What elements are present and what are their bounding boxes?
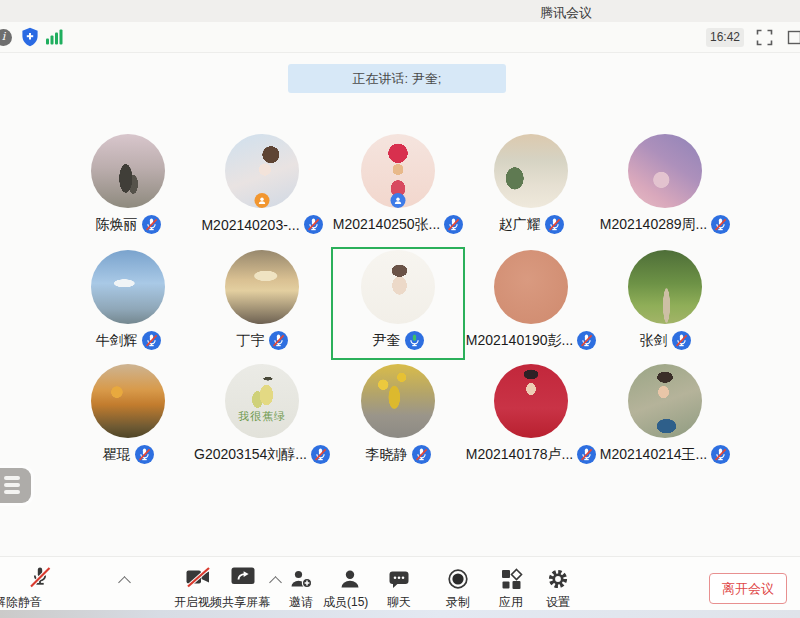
maximize-icon[interactable] [787, 30, 800, 45]
start-video-label[interactable]: 开启视频 [174, 594, 222, 611]
participant-tile[interactable]: 赵广耀 [464, 131, 598, 244]
participant-tile[interactable]: 牛剑辉 [61, 247, 195, 360]
record-circle-icon [446, 567, 470, 591]
network-signal-icon[interactable] [45, 28, 63, 46]
bottom-toolbar: 解除静音 开启视频 共享屏幕 邀请 成员 [0, 556, 800, 611]
mic-speaking-icon [405, 331, 424, 350]
participant-tile[interactable]: 我很蕉绿 G20203154刘醇... [195, 361, 329, 474]
participant-name: 瞿琨 [103, 446, 131, 464]
participant-name: M202140190彭... [466, 332, 573, 350]
participant-tile[interactable]: M202140214王... [598, 361, 732, 474]
apps-label[interactable]: 应用 [499, 594, 523, 611]
invite-label[interactable]: 邀请 [289, 594, 313, 611]
leave-meeting-button[interactable]: 离开会议 [709, 573, 787, 604]
avatar-woman-glasses [628, 364, 702, 438]
unmute-button[interactable] [27, 564, 53, 590]
meeting-duration: 16:42 [706, 28, 744, 47]
avatar-seaside-photo [494, 134, 568, 208]
avatar-cartoon-chopper [361, 134, 435, 208]
window-bottom-edge [0, 610, 800, 618]
participant-name: 赵广耀 [499, 216, 541, 234]
share-screen-button[interactable] [230, 565, 256, 589]
window-title: 腾讯会议 [540, 4, 592, 22]
participant-tile[interactable]: 陈焕丽 [61, 131, 195, 244]
participant-tile[interactable]: 李晓静 [331, 361, 465, 474]
avatar-beach-photo [91, 134, 165, 208]
layout-panel-handle[interactable] [0, 468, 31, 503]
participant-name: M202140289周... [600, 216, 707, 234]
mic-muted-icon [142, 215, 161, 234]
camera-slash-icon [184, 564, 212, 590]
meeting-info-icon[interactable]: i [0, 29, 12, 46]
mic-muted-icon [711, 215, 730, 234]
participant-name: M202140214王... [600, 446, 707, 464]
chat-label[interactable]: 聊天 [387, 594, 411, 611]
avatar-anime-girl [225, 134, 299, 208]
participant-name: 牛剑辉 [96, 332, 138, 350]
mic-muted-icon [444, 215, 463, 234]
mic-muted-icon [412, 445, 431, 464]
record-label[interactable]: 录制 [446, 594, 470, 611]
record-button[interactable] [446, 567, 470, 591]
chat-button[interactable] [387, 567, 411, 591]
participant-name: 李晓静 [366, 446, 408, 464]
avatar-caption: 我很蕉绿 [225, 409, 299, 424]
avatar-yellow-flowers [361, 364, 435, 438]
speaking-indicator-banner: 正在讲话: 尹奎; [288, 64, 506, 93]
participant-name: M202140250张... [333, 216, 440, 234]
meeting-control-bar: i 16:42 [0, 22, 800, 53]
avatar-park-path [628, 250, 702, 324]
mic-muted-icon [142, 331, 161, 350]
participant-tile[interactable]: M202140190彭... [464, 247, 598, 360]
participant-name: G20203154刘醇... [194, 446, 307, 464]
mic-muted-icon [311, 445, 330, 464]
participant-tile[interactable]: 瞿琨 [61, 361, 195, 474]
members-button[interactable] [338, 567, 362, 591]
participant-tile[interactable]: M202140289周... [598, 131, 732, 244]
participant-name: M202140178卢... [466, 446, 573, 464]
mic-muted-icon [672, 331, 691, 350]
participant-tile[interactable]: 张剑 [598, 247, 732, 360]
members-label[interactable]: 成员(15) [323, 594, 368, 611]
avatar-banana-cartoon: 我很蕉绿 [225, 364, 299, 438]
chat-bubble-icon [387, 567, 411, 591]
mic-options-chevron[interactable] [118, 576, 131, 589]
avatar-purple-sky [628, 134, 702, 208]
participant-tile[interactable]: M202140250张... [331, 131, 465, 244]
share-screen-label[interactable]: 共享屏幕 [222, 594, 270, 611]
invite-button[interactable] [289, 567, 313, 591]
mic-muted-icon [304, 215, 323, 234]
gear-icon [546, 567, 570, 591]
apps-button[interactable] [499, 567, 523, 591]
security-shield-icon[interactable] [21, 27, 39, 47]
window-titlebar: 腾讯会议 [0, 0, 800, 22]
fullscreen-icon[interactable] [756, 29, 773, 46]
start-video-button[interactable] [184, 564, 212, 590]
apps-grid-icon [499, 567, 523, 591]
mic-slash-icon [27, 564, 53, 590]
participant-tile[interactable]: M202140178卢... [464, 361, 598, 474]
participant-name: 张剑 [640, 332, 668, 350]
share-screen-icon [230, 565, 256, 589]
participant-tile[interactable]: M202140203-... [195, 131, 329, 244]
mic-muted-icon [577, 331, 596, 350]
participant-tile[interactable]: 丁宇 [195, 247, 329, 360]
avatar-plain-salmon [494, 250, 568, 324]
avatar-blue-sky-clouds [91, 250, 165, 324]
participant-tile-active-speaker[interactable]: 尹奎 [331, 247, 465, 360]
unmute-label[interactable]: 解除静音 [0, 594, 42, 611]
list-icon [4, 476, 20, 494]
share-options-chevron[interactable] [269, 576, 282, 589]
participant-name: M202140203-... [201, 217, 299, 233]
settings-label[interactable]: 设置 [546, 594, 570, 611]
participant-name: 陈焕丽 [96, 216, 138, 234]
participant-name: 丁宇 [237, 332, 265, 350]
settings-button[interactable] [546, 567, 570, 591]
avatar-baby-sketch [361, 250, 435, 324]
mic-muted-icon [545, 215, 564, 234]
invite-person-icon [289, 567, 313, 591]
participant-name: 尹奎 [373, 332, 401, 350]
mic-muted-icon [711, 445, 730, 464]
mic-muted-icon [577, 445, 596, 464]
avatar-woman-red [494, 364, 568, 438]
